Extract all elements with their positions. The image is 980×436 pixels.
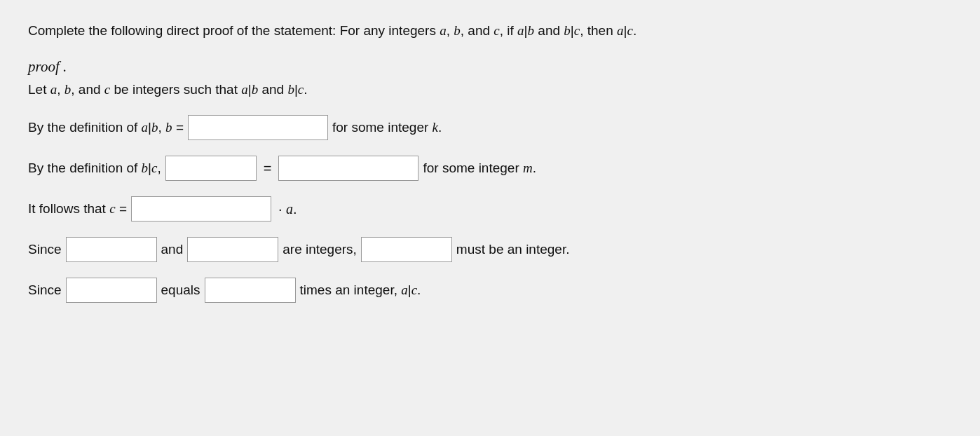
line4-must-be: must be an integer. <box>456 242 570 257</box>
problem-statement: Complete the following direct proof of t… <box>28 21 952 41</box>
line4-input1[interactable] <box>66 237 157 262</box>
proof-row-5: Since equals times an integer, a|c. <box>28 278 952 303</box>
proof-row-4: Since and are integers, must be an integ… <box>28 237 952 262</box>
line5-input2[interactable] <box>205 278 296 303</box>
line5-input1[interactable] <box>66 278 157 303</box>
line4-since: Since <box>28 242 62 257</box>
proof-row-1: By the definition of a|b, b = for some i… <box>28 115 952 140</box>
line1-input1[interactable] <box>188 115 328 140</box>
line2-input2[interactable] <box>278 156 418 181</box>
line3-input1[interactable] <box>131 196 271 222</box>
line3-dot: · a. <box>275 201 300 217</box>
line1-prefix: By the definition of a|b, b = <box>28 120 184 135</box>
line2-equals: = <box>261 161 275 177</box>
intro-line: Let a, b, and c be integers such that a|… <box>28 80 952 100</box>
line5-equals: equals <box>161 282 200 298</box>
line2-input1[interactable] <box>165 156 257 181</box>
line5-times: times an integer, a|c. <box>300 282 421 298</box>
proof-section: proof . Let a, b, and c be integers such… <box>28 58 952 304</box>
line2-prefix: By the definition of b|c, <box>28 161 161 176</box>
line4-input3[interactable] <box>361 237 452 262</box>
line5-since: Since <box>28 282 62 298</box>
line1-suffix: for some integer k. <box>332 120 442 135</box>
line4-input2[interactable] <box>187 237 278 262</box>
line4-and: and <box>161 242 184 257</box>
proof-row-2: By the definition of b|c, = for some int… <box>28 156 952 181</box>
proof-label: proof . <box>28 58 952 76</box>
line3-prefix: It follows that c = <box>28 201 127 217</box>
proof-row-3: It follows that c = · a. <box>28 196 952 222</box>
line4-are-integers: are integers, <box>283 242 357 257</box>
line2-suffix: for some integer m. <box>423 161 536 176</box>
